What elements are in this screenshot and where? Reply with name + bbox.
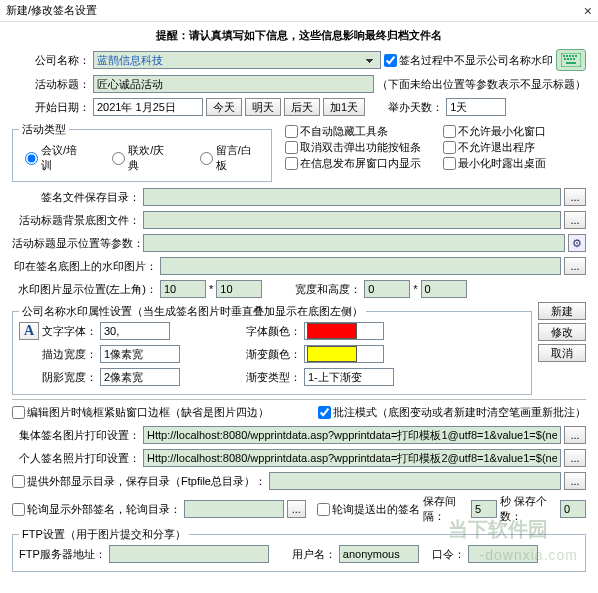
company-label: 公司名称：	[12, 53, 90, 68]
ftp-fieldset-legend: FTP设置（用于图片提交和分享）	[19, 527, 189, 542]
svg-rect-2	[566, 55, 568, 57]
poll-check[interactable]: 轮询显示外部签名，轮询目录：	[12, 502, 181, 517]
wm-fieldset-legend: 公司名称水印属性设置（当生成签名图片时垂直叠加显示在底图左侧）	[19, 304, 366, 319]
watermark-img-input[interactable]	[160, 257, 561, 275]
wm-w-input[interactable]	[364, 280, 410, 298]
bg-file-browse[interactable]: ...	[564, 211, 586, 229]
grad-color-label: 渐变颜色：	[246, 347, 301, 362]
wm-y-input[interactable]	[216, 280, 262, 298]
svg-rect-6	[564, 58, 566, 60]
ext-ftp-input[interactable]	[269, 472, 561, 490]
svg-rect-9	[573, 58, 575, 60]
plus1-button[interactable]: 加1天	[323, 98, 365, 116]
ftp-pwd-input[interactable]	[468, 545, 538, 563]
grad-type-label: 渐变类型：	[246, 370, 301, 385]
cancel-button[interactable]: 取消	[538, 344, 586, 362]
save-unit-label: 秒 保存个数：	[500, 494, 557, 524]
activity-hint: （下面未给出位置等参数表示不显示标题）	[377, 77, 586, 92]
svg-rect-5	[575, 55, 577, 57]
start-date-label: 开始日期：	[12, 100, 90, 115]
grad-type-select[interactable]: 1-上下渐变	[304, 368, 394, 386]
group-print-browse[interactable]: ...	[564, 426, 586, 444]
modify-button[interactable]: 修改	[538, 323, 586, 341]
svg-rect-10	[566, 62, 576, 64]
wm-h-input[interactable]	[421, 280, 467, 298]
activity-type-legend: 活动类型	[19, 122, 69, 137]
watermark-img-browse[interactable]: ...	[564, 257, 586, 275]
personal-print-label: 个人签名照片打印设置：	[12, 451, 140, 466]
display-params-input[interactable]	[143, 234, 565, 252]
window-title: 新建/修改签名设置	[6, 3, 97, 18]
days-select[interactable]: 1天	[446, 98, 506, 116]
company-select[interactable]: 蓝鹊信息科技	[93, 51, 381, 69]
poll-sent-check[interactable]: 轮询提送出的签名	[317, 502, 420, 517]
font-color-label: 字体颜色：	[246, 324, 301, 339]
shadow-width-label: 阴影宽度：	[42, 370, 97, 385]
opt6-check[interactable]: 最小化时露出桌面	[443, 156, 587, 171]
svg-rect-3	[569, 55, 571, 57]
desc-width-label: 描边宽度：	[42, 347, 97, 362]
batch-check[interactable]: 批注模式（底图变动或者新建时清空笔画重新批注）	[318, 405, 586, 420]
poll-dir-browse[interactable]: ...	[287, 500, 306, 518]
poll-dir-input[interactable]	[184, 500, 284, 518]
display-params-label: 活动标题显示位置等参数：	[12, 236, 140, 251]
personal-print-input[interactable]	[143, 449, 561, 467]
bg-file-input[interactable]	[143, 211, 561, 229]
ftp-pwd-label: 口令：	[432, 547, 465, 562]
today-button[interactable]: 今天	[206, 98, 242, 116]
desc-width-select[interactable]: 1像素宽	[100, 345, 180, 363]
ext-ftp-check[interactable]: 提供外部显示目录，保存目录（Ftpfile总目录）：	[12, 474, 266, 489]
svg-rect-4	[572, 55, 574, 57]
svg-rect-8	[570, 58, 572, 60]
personal-print-browse[interactable]: ...	[564, 449, 586, 467]
start-date-picker[interactable]: 2021年 1月25日	[93, 98, 203, 116]
no-logo-check[interactable]: 签名过程中不显示公司名称水印	[384, 53, 553, 68]
radio-meeting[interactable]: 会议/培训	[25, 143, 84, 173]
save-dir-label: 签名文件保存目录：	[12, 190, 140, 205]
group-print-label: 集体签名图片打印设置：	[12, 428, 140, 443]
svg-rect-7	[567, 58, 569, 60]
reminder-text: 提醒：请认真填写如下信息，这些信息影响最终归档文件名	[12, 26, 586, 49]
wm-wh-label: 宽度和高度：	[295, 282, 361, 297]
ftp-user-input[interactable]	[339, 545, 419, 563]
save-dir-browse[interactable]: ...	[564, 188, 586, 206]
keyboard-icon[interactable]	[556, 49, 586, 71]
ftp-server-input[interactable]	[109, 545, 269, 563]
opt4-check[interactable]: 不允许退出程序	[443, 140, 587, 155]
wm-x-input[interactable]	[160, 280, 206, 298]
opt2-check[interactable]: 不允许最小化窗口	[443, 124, 587, 139]
font-a-icon[interactable]: A	[19, 322, 39, 340]
new-button[interactable]: 新建	[538, 302, 586, 320]
radio-party[interactable]: 联欢/庆典	[112, 143, 171, 173]
svg-rect-1	[563, 55, 565, 57]
save-dir-input[interactable]	[143, 188, 561, 206]
ftp-server-label: FTP服务器地址：	[19, 547, 106, 562]
mirror-check[interactable]: 编辑图片时镜框紧贴窗口边框（缺省是图片四边）	[12, 405, 269, 420]
ftp-user-label: 用户名：	[292, 547, 336, 562]
opt5-check[interactable]: 在信息发布屏窗口内显示	[285, 156, 429, 171]
days-label: 举办天数：	[388, 100, 443, 115]
group-print-input[interactable]	[143, 426, 561, 444]
font-size-input[interactable]	[100, 322, 170, 340]
watermark-img-label: 印在签名底图上的水印图片：	[12, 259, 157, 274]
font-color-select[interactable]	[304, 322, 384, 340]
save-interval-label: 保存间隔：	[423, 494, 468, 524]
grad-color-select[interactable]	[304, 345, 384, 363]
font-label: 文字字体：	[42, 324, 97, 339]
dayafter-button[interactable]: 后天	[284, 98, 320, 116]
tomorrow-button[interactable]: 明天	[245, 98, 281, 116]
activity-title-label: 活动标题：	[12, 77, 90, 92]
bg-file-label: 活动标题背景底图文件：	[12, 213, 140, 228]
save-count-input[interactable]	[560, 500, 586, 518]
opt3-check[interactable]: 取消双击弹出功能按钮条	[285, 140, 429, 155]
ext-ftp-browse[interactable]: ...	[564, 472, 586, 490]
gear-icon[interactable]: ⚙	[568, 234, 586, 252]
save-interval-input[interactable]	[471, 500, 497, 518]
wm-pos-label: 水印图片显示位置(左上角)：	[12, 282, 157, 297]
activity-title-input[interactable]	[93, 75, 374, 93]
radio-message[interactable]: 留言/白板	[200, 143, 259, 173]
opt1-check[interactable]: 不自动隐藏工具条	[285, 124, 429, 139]
close-icon[interactable]: ×	[584, 3, 592, 19]
shadow-width-select[interactable]: 2像素宽	[100, 368, 180, 386]
